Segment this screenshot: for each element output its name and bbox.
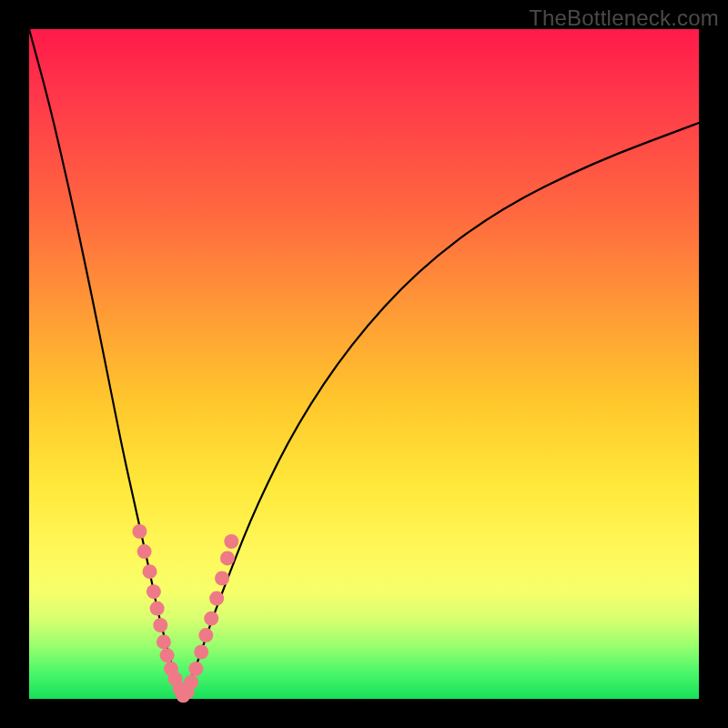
curve-left-branch: [29, 29, 183, 699]
sample-dot: [204, 612, 218, 626]
sample-dot: [147, 584, 161, 599]
plot-area: [29, 29, 699, 699]
sample-dot: [215, 571, 229, 586]
watermark-text: TheBottleneck.com: [529, 5, 719, 31]
curve-right-branch: [183, 123, 699, 699]
sample-dot: [153, 618, 167, 632]
sample-dot: [157, 634, 171, 649]
sample-dot: [143, 564, 157, 579]
chart-frame: TheBottleneck.com: [0, 0, 728, 728]
sample-dots: [132, 524, 238, 703]
sample-dot: [198, 628, 213, 642]
sample-dot: [224, 534, 238, 549]
sample-dot: [132, 524, 147, 539]
chart-svg: [29, 29, 699, 699]
sample-dot: [209, 592, 224, 606]
sample-dot: [220, 551, 235, 565]
sample-dot: [194, 645, 208, 660]
sample-dot: [160, 648, 175, 662]
sample-dot: [184, 675, 198, 690]
sample-dot: [137, 544, 152, 559]
sample-dot: [188, 662, 203, 676]
sample-dot: [150, 602, 165, 616]
